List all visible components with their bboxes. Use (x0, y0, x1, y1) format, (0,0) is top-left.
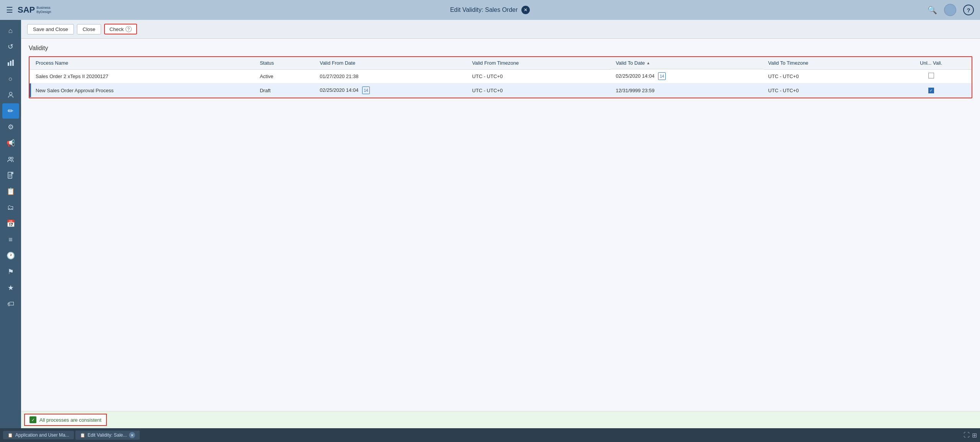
sidebar-item-folders[interactable]: 🗂 (2, 200, 19, 215)
user-avatar[interactable] (944, 4, 956, 16)
header-close-button[interactable]: ✕ (521, 6, 530, 14)
svg-rect-0 (8, 62, 9, 66)
checkbox-unchecked-1[interactable] (928, 73, 934, 78)
sidebar-item-users[interactable] (2, 152, 19, 167)
content-area: Save and Close Close Check ? Validity Pr… (21, 20, 980, 428)
check-button[interactable]: Check ? (104, 24, 137, 34)
sidebar-item-star[interactable]: ★ (2, 280, 19, 295)
validity-table-wrapper: Process Name Status Valid From Date Vali… (29, 56, 972, 98)
col-header-status: Status (255, 57, 315, 69)
calendar-icon-row2[interactable]: 14 (362, 86, 370, 94)
taskbar-grid-icon[interactable]: ⊞ (972, 432, 977, 439)
cell-process-name-1: Sales Order 2 xTeps II 20200127 (31, 69, 255, 83)
col-header-unlimited: Unl... Vali. (890, 57, 972, 69)
col-header-valid-to-timezone: Valid To Timezone (764, 57, 891, 69)
sap-logo: SAP Business ByDesign (18, 5, 51, 15)
table-row: New Sales Order Approval Process Draft 0… (29, 83, 972, 98)
status-check-icon: ✓ (29, 416, 36, 423)
sidebar-item-refresh[interactable]: ↺ (2, 39, 19, 54)
sidebar-item-clock[interactable]: 🕐 (2, 248, 19, 263)
sidebar-item-edit[interactable]: ✏ (2, 103, 19, 119)
section-title: Validity (29, 45, 972, 52)
status-message-box: ✓ All processes are consistent (24, 414, 107, 426)
header-right: 🔍 ? (897, 4, 974, 16)
header-left: ☰ SAP Business ByDesign (6, 5, 83, 15)
save-close-button[interactable]: Save and Close (27, 24, 74, 34)
header-title-area: Edit Validity: Sales Order ✕ (83, 6, 897, 14)
sidebar-item-people[interactable] (2, 87, 19, 103)
svg-rect-1 (10, 61, 11, 66)
app-header: ☰ SAP Business ByDesign Edit Validity: S… (0, 0, 980, 20)
cell-valid-to-date-2: 12/31/9999 23:59 (611, 83, 763, 98)
cell-valid-from-date-1: 01/27/2020 21:38 (315, 69, 467, 83)
help-icon[interactable]: ? (963, 5, 974, 15)
sidebar-item-calendar[interactable]: 📅 (2, 216, 19, 231)
svg-rect-2 (12, 60, 14, 66)
sap-logo-text: SAP (18, 5, 35, 15)
validity-table: Process Name Status Valid From Date Vali… (29, 57, 972, 98)
main-layout: ⌂ ↺ ○ ✏ ⚙ 📢 (0, 20, 980, 428)
toolbar: Save and Close Close Check ? (21, 20, 980, 39)
page-title-header: Edit Validity: Sales Order (450, 7, 518, 13)
cell-valid-to-tz-1: UTC - UTC+0 (764, 69, 891, 83)
cell-valid-from-date-2: 02/25/2020 14:04 14 (315, 83, 467, 98)
cell-unlimited-1[interactable] (890, 69, 972, 83)
status-text: All processes are consistent (39, 417, 101, 423)
cell-valid-from-tz-1: UTC - UTC+0 (467, 69, 611, 83)
sidebar-item-flag[interactable]: ⚑ (2, 264, 19, 279)
taskbar-item-2[interactable]: 📋 Edit Validity: Sale... ✕ (75, 431, 140, 440)
menu-icon[interactable]: ☰ (6, 5, 13, 15)
sidebar-item-circle[interactable]: ○ (2, 71, 19, 86)
close-button[interactable]: Close (77, 24, 101, 34)
taskbar-icon-1: 📋 (8, 433, 13, 438)
status-bar: ✓ All processes are consistent (21, 411, 980, 428)
sidebar-item-document[interactable] (2, 168, 19, 183)
search-icon[interactable]: 🔍 (928, 5, 937, 15)
cell-status-1: Active (255, 69, 315, 83)
taskbar-icon-2: 📋 (80, 433, 85, 438)
table-row: Sales Order 2 xTeps II 20200127 Active 0… (29, 69, 972, 83)
sidebar-item-tag[interactable]: 🏷 (2, 296, 19, 312)
col-header-valid-from-date: Valid From Date (315, 57, 467, 69)
col-header-valid-to-date: Valid To Date ▲ (611, 57, 763, 69)
cell-valid-to-tz-2: UTC - UTC+0 (764, 83, 891, 98)
table-header-row: Process Name Status Valid From Date Vali… (29, 57, 972, 69)
sidebar-item-list[interactable]: ≡ (2, 232, 19, 247)
taskbar-label-1: Application and User Ma... (15, 432, 69, 438)
check-info-icon: ? (126, 26, 132, 32)
taskbar-close-button-2[interactable]: ✕ (129, 432, 135, 438)
sidebar-item-clipboard[interactable]: 📋 (2, 184, 19, 199)
taskbar-right: ⛶ ⊞ (964, 432, 977, 439)
page-content: Validity Process Name Status Valid From … (21, 39, 980, 411)
svg-point-5 (11, 157, 13, 159)
taskbar-label-2: Edit Validity: Sale... (88, 432, 127, 438)
cell-process-name-2: New Sales Order Approval Process (31, 83, 255, 98)
sort-icon[interactable]: ▲ (647, 61, 650, 65)
check-button-label: Check (109, 26, 124, 32)
taskbar: 📋 Application and User Ma... 📋 Edit Vali… (0, 428, 980, 442)
svg-point-3 (9, 92, 12, 95)
cell-unlimited-2[interactable]: ✓ (890, 83, 972, 98)
sidebar-item-home[interactable]: ⌂ (2, 23, 19, 38)
sidebar-item-analytics[interactable] (2, 55, 19, 70)
sap-bydesign-text: Business ByDesign (36, 6, 51, 14)
sidebar-item-announcements[interactable]: 📢 (2, 135, 19, 151)
sidebar-item-settings[interactable]: ⚙ (2, 119, 19, 135)
col-header-valid-from-timezone: Valid From Timezone (467, 57, 611, 69)
sidebar: ⌂ ↺ ○ ✏ ⚙ 📢 (0, 20, 21, 428)
taskbar-item-1[interactable]: 📋 Application and User Ma... (3, 431, 74, 439)
checkbox-checked-2[interactable]: ✓ (928, 88, 934, 93)
taskbar-expand-icon[interactable]: ⛶ (964, 432, 970, 439)
calendar-icon-row1[interactable]: 14 (658, 72, 666, 80)
col-header-process-name: Process Name (31, 57, 255, 69)
cell-valid-to-date-1: 02/25/2020 14:04 14 (611, 69, 763, 83)
svg-point-4 (8, 157, 10, 159)
cell-status-2: Draft (255, 83, 315, 98)
cell-valid-from-tz-2: UTC - UTC+0 (467, 83, 611, 98)
